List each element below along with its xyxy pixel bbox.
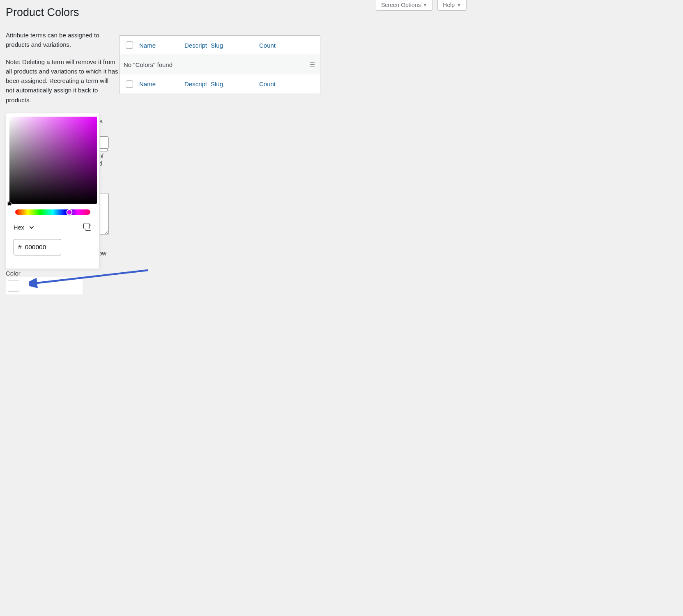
- column-footer-count[interactable]: Count: [259, 80, 284, 87]
- column-header-slug[interactable]: Slug: [211, 42, 259, 49]
- color-mode-select[interactable]: Hex: [14, 224, 34, 231]
- select-all-checkbox-footer[interactable]: [126, 80, 133, 88]
- column-header-description[interactable]: Descript: [184, 42, 211, 49]
- slug-input-partial[interactable]: [99, 136, 109, 149]
- hue-thumb[interactable]: [66, 209, 72, 215]
- color-cursor[interactable]: [7, 202, 11, 206]
- hue-slider[interactable]: [15, 209, 90, 215]
- column-header-count[interactable]: Count: [259, 42, 284, 49]
- svg-line-0: [34, 270, 148, 283]
- empty-message: No "Colors" found: [124, 61, 172, 68]
- description-textarea-partial[interactable]: [99, 193, 109, 235]
- select-all-checkbox[interactable]: [126, 41, 133, 49]
- column-footer-slug[interactable]: Slug: [211, 80, 259, 87]
- table-footer-row: Name Descript Slug Count: [120, 74, 320, 94]
- menu-icon[interactable]: [308, 62, 320, 66]
- help-label: Help: [443, 2, 455, 8]
- color-field-label: Color: [6, 270, 21, 277]
- color-picker-popup: Hex #: [6, 113, 100, 269]
- help-button[interactable]: Help ▼: [437, 0, 467, 11]
- column-footer-description[interactable]: Descript: [184, 80, 211, 87]
- hash-label: #: [18, 244, 22, 251]
- column-header-name[interactable]: Name: [139, 42, 184, 49]
- chevron-down-icon: ▼: [423, 2, 427, 7]
- color-swatch-button[interactable]: [8, 280, 19, 292]
- page-title: Product Colors: [6, 6, 79, 19]
- terms-table: Name Descript Slug Count No "Colors" fou…: [119, 35, 320, 94]
- hex-input[interactable]: [25, 244, 54, 251]
- screen-options-label: Screen Options: [381, 2, 421, 8]
- chevron-down-icon: [29, 225, 34, 230]
- saturation-lightness-canvas[interactable]: [9, 117, 97, 204]
- table-header-row: Name Descript Slug Count: [120, 36, 320, 55]
- copy-icon[interactable]: [83, 223, 92, 232]
- chevron-down-icon: ▼: [457, 2, 461, 7]
- color-mode-label: Hex: [14, 224, 24, 231]
- column-footer-name[interactable]: Name: [139, 80, 184, 87]
- intro-text: Attribute terms can be assigned to produ…: [6, 30, 118, 50]
- note-text: Note: Deleting a term will remove it fro…: [6, 57, 118, 105]
- screen-options-button[interactable]: Screen Options ▼: [376, 0, 432, 11]
- annotation-arrow-icon: [29, 266, 152, 291]
- table-empty-row: No "Colors" found: [120, 55, 320, 74]
- hex-input-wrap: #: [14, 239, 61, 255]
